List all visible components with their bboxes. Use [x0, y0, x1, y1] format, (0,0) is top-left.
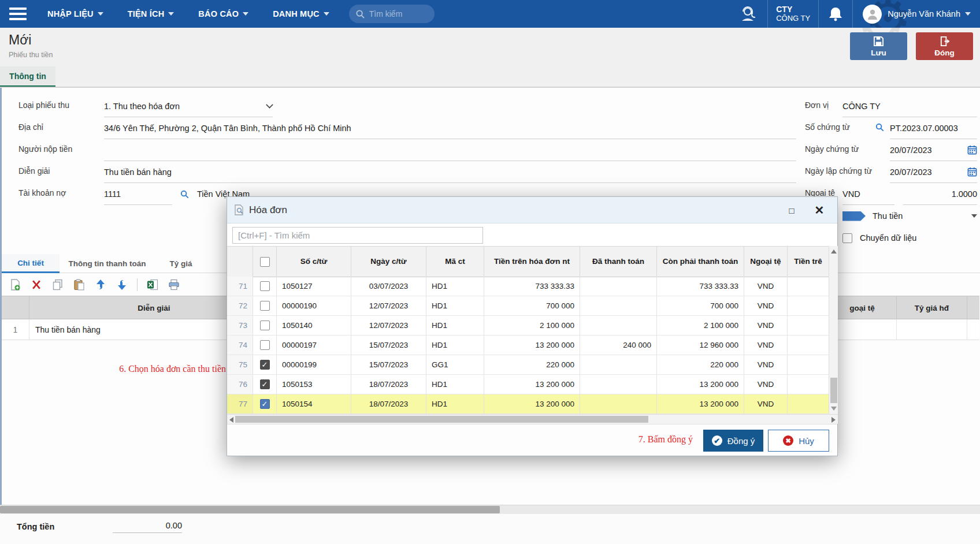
currency-code: VND	[842, 189, 860, 199]
input-so-chung-tu[interactable]: PT.2023.07.00003	[890, 117, 977, 139]
tab-chi-tiet[interactable]: Chi tiết	[2, 254, 60, 273]
cell-tien-tre	[788, 296, 829, 316]
calendar-icon[interactable]	[967, 167, 977, 177]
hamburger-menu-icon[interactable]	[9, 8, 27, 20]
select-all-header[interactable]	[253, 247, 277, 277]
scroll-down-arrow[interactable]	[831, 407, 837, 411]
scroll-right-arrow[interactable]	[831, 417, 836, 423]
menu-tien-ich[interactable]: TIỆN ÍCH	[128, 9, 175, 18]
row-checkbox[interactable]: ✓	[260, 360, 270, 370]
cell-ngay-ctu: 18/07/2023	[351, 375, 426, 394]
move-down-button[interactable]	[116, 278, 128, 291]
field-ngoai-te[interactable]: VND	[842, 183, 894, 205]
scrollbar-thumb[interactable]	[235, 416, 648, 423]
select-loai-phieu-thu[interactable]: 1. Thu theo hóa đơn	[104, 95, 273, 117]
search-icon[interactable]	[180, 190, 189, 199]
row-checkbox[interactable]: ✓	[260, 399, 270, 409]
input-ngay-lap-chung-tu[interactable]: 20/07/2023	[890, 161, 977, 183]
invoice-row[interactable]: 73105014012/07/2023HD12 100 0002 100 000…	[227, 316, 829, 336]
notifications-button[interactable]	[819, 0, 852, 28]
search-input[interactable]	[369, 9, 427, 18]
close-modal-button[interactable]: ✕	[812, 203, 827, 218]
menu-danh-muc[interactable]: DANH MỤC	[273, 9, 329, 18]
move-up-button[interactable]	[94, 278, 107, 291]
paste-button[interactable]	[73, 278, 86, 291]
column-ngoai-te[interactable]: Ngoại tệ	[744, 247, 788, 277]
field-ty-gia[interactable]: 1.0000	[903, 183, 977, 205]
row-number: 72	[227, 296, 253, 316]
company-switcher[interactable]: CTY CÔNG TY	[768, 5, 818, 23]
tab-ty-gia[interactable]: Tỷ giá	[155, 254, 207, 273]
column-ty-gia-hd[interactable]: Tỷ giá hđ	[897, 296, 967, 320]
row-checkbox[interactable]	[260, 301, 270, 311]
print-button[interactable]	[168, 278, 180, 291]
modal-horizontal-scrollbar[interactable]	[227, 414, 838, 424]
invoice-row[interactable]: 76✓105015318/07/2023HD113 200 00013 200 …	[227, 375, 829, 394]
row-checkbox[interactable]	[260, 340, 270, 350]
row-checkbox[interactable]	[260, 281, 270, 291]
cell-ngoai-te: VND	[744, 394, 788, 414]
invoice-row[interactable]: 740000019715/07/2023HD113 200 000240 000…	[227, 336, 829, 355]
copy-button[interactable]	[51, 278, 64, 291]
cell-da-thanh-toan	[580, 375, 657, 394]
invoice-row[interactable]: 71105012703/07/2023HD1733 333.33733 333.…	[227, 277, 829, 296]
thu-tien-selector[interactable]: Thu tiền	[842, 205, 977, 227]
field-label-loai-phieu-thu: Loại phiếu thu	[18, 100, 69, 110]
scrollbar-thumb[interactable]	[830, 378, 837, 403]
column-ngoai-te[interactable]: goại tệ	[828, 296, 897, 320]
add-row-button[interactable]	[9, 278, 21, 291]
save-button[interactable]: Lưu	[850, 32, 907, 60]
scroll-left-arrow[interactable]	[229, 417, 233, 423]
field-label-nguoi-nop-tien: Người nộp tiền	[18, 144, 72, 154]
column-con-phai-thanh-toan[interactable]: Còn phải thanh toán	[657, 247, 744, 277]
field-don-vi: CÔNG TY	[842, 95, 977, 117]
maximize-button[interactable]: □	[784, 203, 799, 218]
calendar-icon[interactable]	[967, 145, 977, 155]
invoice-row[interactable]: 75✓0000019915/07/2023GG1220 000220 000VN…	[227, 355, 829, 375]
delete-row-button[interactable]	[30, 278, 43, 291]
cancel-button[interactable]: ✖ Hủy	[768, 430, 829, 452]
row-number: 77	[227, 394, 253, 414]
horizontal-scrollbar[interactable]	[0, 505, 980, 514]
row-checkbox-cell	[253, 277, 277, 296]
cell-tien-tre	[788, 355, 829, 375]
modal-search-input[interactable]	[232, 227, 483, 244]
select-all-checkbox[interactable]	[260, 257, 270, 267]
search-icon[interactable]	[875, 123, 884, 132]
export-excel-button[interactable]	[146, 278, 159, 291]
checkbox[interactable]	[842, 233, 852, 243]
scrollbar-thumb[interactable]	[0, 506, 500, 513]
invoice-row[interactable]: 720000019012/07/2023HD1700 000700 000VND	[227, 296, 829, 316]
chuyen-du-lieu-option[interactable]: Chuyển dữ liệu	[842, 227, 977, 249]
invoice-row[interactable]: 77✓105015418/07/2023HD113 200 00013 200 …	[227, 394, 829, 414]
input-nguoi-nop-tien[interactable]	[104, 139, 796, 161]
ok-button[interactable]: ✔ Đồng ý	[703, 430, 763, 452]
row-checkbox[interactable]	[260, 321, 270, 330]
tab-thong-tin-thanh-toan[interactable]: Thông tin thanh toán	[60, 254, 155, 273]
headset-support-icon	[740, 6, 758, 22]
cell-so-ctu: 1050140	[277, 316, 351, 336]
column-tien-tren-hoa-don[interactable]: Tiền trên hóa đơn nt	[484, 247, 580, 277]
menu-nhap-lieu[interactable]: NHẬP LIỆU	[47, 9, 103, 18]
scroll-up-arrow[interactable]	[831, 249, 837, 254]
chevron-down-icon	[98, 12, 103, 16]
column-da-thanh-toan[interactable]: Đã thanh toán	[580, 247, 657, 277]
input-dia-chi[interactable]: 34/6 Yên Thế, Phường 2, Quận Tân Bình, T…	[104, 117, 796, 139]
input-dien-giai[interactable]: Thu tiền bán hàng	[104, 161, 796, 183]
tab-thong-tin[interactable]: Thông tin	[0, 66, 55, 88]
menu-bao-cao[interactable]: BÁO CÁO	[198, 9, 248, 18]
row-checkbox[interactable]: ✓	[260, 379, 270, 389]
close-button[interactable]: Đóng	[916, 32, 973, 60]
total-value: 0.00	[113, 521, 182, 533]
input-ngay-chung-tu[interactable]: 20/07/2023	[890, 139, 977, 161]
column-so-ctu[interactable]: Số c/từ	[277, 247, 351, 277]
column-tien-tre[interactable]: Tiền trê	[788, 247, 829, 277]
column-ngay-ctu[interactable]: Ngày c/từ	[351, 247, 426, 277]
vertical-scrollbar[interactable]	[829, 246, 838, 414]
column-ma-ct[interactable]: Mã ct	[426, 247, 484, 277]
user-menu[interactable]: Nguyễn Văn Khánh	[853, 0, 980, 28]
modal-titlebar[interactable]: Hóa đơn □ ✕	[227, 197, 837, 223]
input-value: PT.2023.07.00003	[890, 124, 958, 133]
global-search[interactable]	[349, 5, 435, 23]
support-button[interactable]	[730, 0, 767, 28]
